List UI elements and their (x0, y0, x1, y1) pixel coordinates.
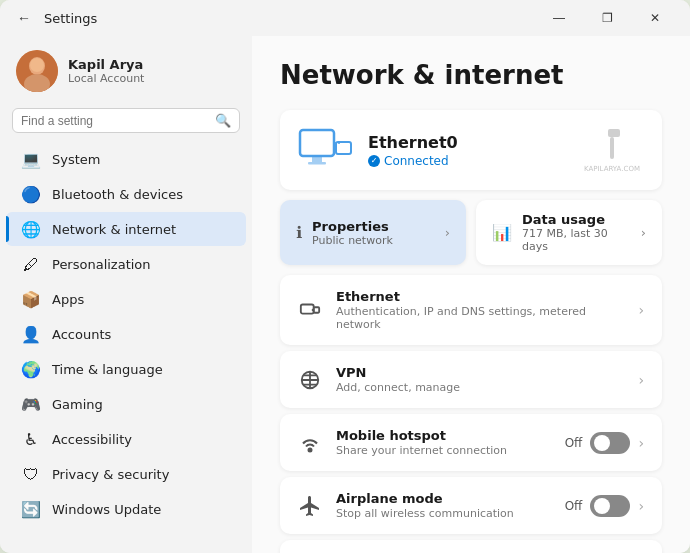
toggle-label-mobile_hotspot: Off (565, 436, 583, 450)
nav-icon-time: 🌍 (22, 360, 40, 378)
network-status: ✓ Connected (368, 154, 566, 168)
sidebar-item-bluetooth[interactable]: 🔵 Bluetooth & devices (6, 177, 246, 211)
titlebar-left: ← Settings (12, 6, 97, 30)
nav-icon-apps: 📦 (22, 290, 40, 308)
svg-rect-10 (608, 129, 620, 137)
nav-label-privacy: Privacy & security (52, 467, 169, 482)
minimize-button[interactable]: — (536, 3, 582, 33)
toggle-airplane_mode[interactable] (590, 495, 630, 517)
toggle-area-mobile_hotspot: Off › (565, 432, 644, 454)
svg-rect-6 (308, 162, 326, 165)
nav-label-time: Time & language (52, 362, 163, 377)
setting-row-mobile_hotspot[interactable]: Mobile hotspot Share your internet conne… (280, 414, 662, 471)
titlebar-title: Settings (44, 11, 97, 26)
text-airplane_mode: Airplane mode Stop all wireless communic… (336, 491, 551, 520)
icon-mobile_hotspot (298, 431, 322, 455)
chevron-airplane_mode: › (638, 498, 644, 514)
nav-icon-gaming: 🎮 (22, 395, 40, 413)
nav-icon-bluetooth: 🔵 (22, 185, 40, 203)
icon-airplane_mode (298, 494, 322, 518)
nav-label-personalization: Personalization (52, 257, 151, 272)
props-row: ℹ️ Properties Public network › 📊 Data us… (280, 200, 662, 265)
icon-ethernet (298, 298, 322, 322)
nav-label-bluetooth: Bluetooth & devices (52, 187, 183, 202)
main-content: Network & internet (252, 36, 690, 553)
subtitle-vpn: Add, connect, manage (336, 381, 624, 394)
sidebar-item-gaming[interactable]: 🎮 Gaming (6, 387, 246, 421)
properties-chevron: › (445, 225, 450, 240)
svg-point-16 (309, 448, 312, 451)
sidebar-item-network[interactable]: 🌐 Network & internet (6, 212, 246, 246)
data-usage-subtitle: 717 MB, last 30 days (522, 227, 631, 253)
setting-row-airplane_mode[interactable]: Airplane mode Stop all wireless communic… (280, 477, 662, 534)
user-info: Kapil Arya Local Account (68, 57, 144, 85)
toggle-mobile_hotspot[interactable] (590, 432, 630, 454)
title-vpn: VPN (336, 365, 624, 380)
search-box[interactable]: 🔍 (12, 108, 240, 133)
sidebar: Kapil Arya Local Account 🔍 💻 System 🔵 Bl… (0, 36, 252, 553)
setting-row-proxy[interactable]: Proxy Proxy server for Wi-Fi and Etherne… (280, 540, 662, 553)
title-airplane_mode: Airplane mode (336, 491, 551, 506)
nav-label-gaming: Gaming (52, 397, 103, 412)
subtitle-airplane_mode: Stop all wireless communication (336, 507, 551, 520)
nav-icon-privacy: 🛡 (22, 465, 40, 483)
text-vpn: VPN Add, connect, manage (336, 365, 624, 394)
data-usage-text: Data usage 717 MB, last 30 days (522, 212, 631, 253)
toggle-area-airplane_mode: Off › (565, 495, 644, 517)
network-card: Ethernet0 ✓ Connected KAPILARYA.COM (280, 110, 662, 190)
close-button[interactable]: ✕ (632, 3, 678, 33)
nav-label-network: Network & internet (52, 222, 176, 237)
nav-label-system: System (52, 152, 100, 167)
setting-row-ethernet[interactable]: Ethernet Authentication, IP and DNS sett… (280, 275, 662, 345)
sidebar-item-update[interactable]: 🔄 Windows Update (6, 492, 246, 526)
subtitle-mobile_hotspot: Share your internet connection (336, 444, 551, 457)
svg-rect-12 (301, 305, 314, 314)
icon-vpn (298, 368, 322, 392)
title-ethernet: Ethernet (336, 289, 624, 304)
maximize-button[interactable]: ❐ (584, 3, 630, 33)
svg-rect-4 (300, 130, 334, 156)
svg-rect-13 (314, 307, 320, 313)
data-usage-chevron: › (641, 225, 646, 240)
nav-icon-accessibility: ♿ (22, 430, 40, 448)
page-title: Network & internet (280, 60, 662, 90)
nav-label-update: Windows Update (52, 502, 161, 517)
settings-list: Ethernet Authentication, IP and DNS sett… (280, 275, 662, 553)
chevron-ethernet: › (638, 302, 644, 318)
sidebar-item-accounts[interactable]: 👤 Accounts (6, 317, 246, 351)
svg-rect-7 (336, 142, 351, 154)
content-area: Kapil Arya Local Account 🔍 💻 System 🔵 Bl… (0, 36, 690, 553)
back-button[interactable]: ← (12, 6, 36, 30)
user-name: Kapil Arya (68, 57, 144, 72)
watermark: KAPILARYA.COM (580, 126, 644, 174)
data-usage-icon: 📊 (492, 223, 512, 242)
sidebar-item-system[interactable]: 💻 System (6, 142, 246, 176)
nav-items: 💻 System 🔵 Bluetooth & devices 🌐 Network… (0, 141, 252, 553)
nav-icon-system: 💻 (22, 150, 40, 168)
properties-card[interactable]: ℹ️ Properties Public network › (280, 200, 466, 265)
avatar (16, 50, 58, 92)
nav-label-apps: Apps (52, 292, 84, 307)
search-input[interactable] (21, 114, 215, 128)
sidebar-item-personalization[interactable]: 🖊 Personalization (6, 247, 246, 281)
properties-subtitle: Public network (312, 234, 435, 247)
search-icon: 🔍 (215, 113, 231, 128)
setting-row-vpn[interactable]: VPN Add, connect, manage › (280, 351, 662, 408)
sidebar-item-privacy[interactable]: 🛡 Privacy & security (6, 457, 246, 491)
titlebar-controls: — ❐ ✕ (536, 3, 678, 33)
settings-window: ← Settings — ❐ ✕ (0, 0, 690, 553)
sidebar-item-apps[interactable]: 📦 Apps (6, 282, 246, 316)
sidebar-item-time[interactable]: 🌍 Time & language (6, 352, 246, 386)
network-info: Ethernet0 ✓ Connected (368, 133, 566, 168)
data-usage-card[interactable]: 📊 Data usage 717 MB, last 30 days › (476, 200, 662, 265)
watermark-text: KAPILARYA.COM (584, 165, 640, 173)
svg-rect-5 (312, 156, 322, 162)
network-icon (298, 126, 354, 174)
nav-icon-personalization: 🖊 (22, 255, 40, 273)
data-usage-title: Data usage (522, 212, 631, 227)
status-dot: ✓ (368, 155, 380, 167)
nav-icon-update: 🔄 (22, 500, 40, 518)
chevron-vpn: › (638, 372, 644, 388)
title-mobile_hotspot: Mobile hotspot (336, 428, 551, 443)
sidebar-item-accessibility[interactable]: ♿ Accessibility (6, 422, 246, 456)
